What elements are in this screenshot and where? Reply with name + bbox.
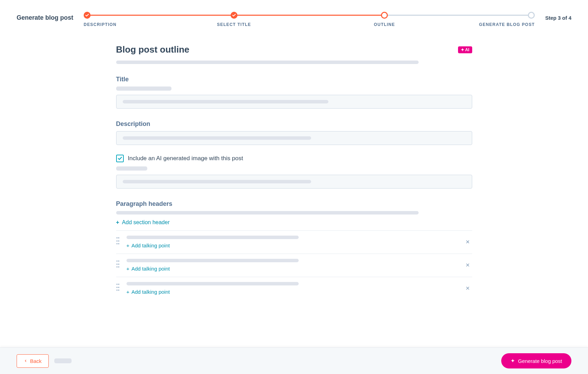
skeleton-text [127, 282, 299, 285]
include-ai-image-label: Include an AI generated image with this … [128, 155, 243, 162]
main-content: Blog post outline ✦AI Title Description … [109, 44, 479, 341]
plus-icon: + [127, 289, 130, 295]
page-header: Generate blog post DESCRIPTION SELECT TI… [0, 0, 588, 30]
remove-row-button[interactable] [463, 283, 472, 294]
remove-row-button[interactable] [463, 260, 472, 271]
remove-row-button[interactable] [463, 237, 472, 248]
add-talking-point-button[interactable]: + Add talking point [127, 266, 170, 272]
header-title: Generate blog post [17, 14, 73, 21]
skeleton-text [123, 180, 311, 183]
step-label: SELECT TITLE [159, 22, 309, 27]
drag-handle-icon[interactable] [116, 283, 121, 291]
close-icon [465, 239, 470, 244]
skeleton-text [127, 259, 299, 262]
step-label: OUTLINE [309, 22, 460, 27]
skeleton-text [116, 211, 419, 215]
skeleton-text [116, 86, 171, 91]
skeleton-text [127, 236, 299, 239]
skeleton-text [116, 61, 419, 64]
skeleton-text [116, 166, 147, 171]
plus-icon: + [127, 266, 130, 272]
add-talking-point-button[interactable]: + Add talking point [127, 243, 170, 248]
step-counter: Step 3 of 4 [545, 15, 571, 21]
skeleton-text [123, 136, 311, 140]
title-label: Title [116, 76, 472, 83]
step-generate: GENERATE BLOG POST [460, 12, 535, 27]
step-description: DESCRIPTION [84, 12, 159, 27]
description-label: Description [116, 120, 472, 128]
check-icon [231, 12, 237, 19]
check-icon [84, 12, 91, 19]
drag-handle-icon[interactable] [116, 237, 121, 245]
current-step-icon [381, 12, 388, 19]
add-section-header-button[interactable]: + Add section header [116, 215, 170, 230]
description-input[interactable] [116, 131, 472, 145]
plus-icon: + [127, 243, 130, 248]
skeleton-text [123, 100, 328, 103]
step-select-title: SELECT TITLE [159, 12, 309, 27]
close-icon [465, 286, 470, 291]
add-talking-point-button[interactable]: + Add talking point [127, 289, 170, 295]
progress-stepper: DESCRIPTION SELECT TITLE OUTLINE [84, 8, 535, 27]
title-input[interactable] [116, 95, 472, 109]
paragraph-headers-label: Paragraph headers [116, 200, 472, 208]
plus-icon: + [116, 219, 119, 226]
ai-image-input[interactable] [116, 175, 472, 189]
future-step-icon [528, 12, 535, 19]
header-row: + Add talking point [116, 277, 472, 300]
step-label: DESCRIPTION [84, 22, 159, 27]
sparkle-icon: ✦ [461, 47, 464, 52]
page-heading: Blog post outline [116, 44, 189, 55]
ai-badge: ✦AI [458, 46, 472, 53]
include-ai-image-checkbox[interactable] [116, 155, 124, 162]
step-outline: OUTLINE [309, 12, 460, 27]
header-row: + Add talking point [116, 230, 472, 254]
close-icon [465, 263, 470, 267]
header-row: + Add talking point [116, 254, 472, 277]
drag-handle-icon[interactable] [116, 260, 121, 268]
step-label: GENERATE BLOG POST [460, 22, 535, 27]
header-rows: + Add talking point + Add talking point [116, 230, 472, 300]
